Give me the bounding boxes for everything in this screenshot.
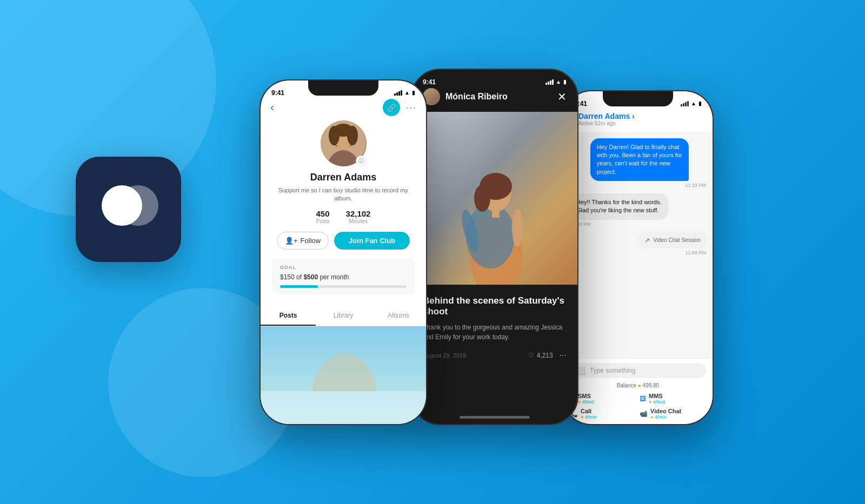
- stat-minutes-value: 32,102: [346, 209, 371, 218]
- battery-icon-2: ▮: [563, 79, 567, 85]
- msg-time-1: 11:23 PM: [590, 183, 706, 188]
- status-icons-3: ▲ ▮: [681, 100, 702, 106]
- message-item-2: Hey!! Thanks for the kind words. Glad yo…: [570, 193, 686, 227]
- profile-avatar-section: ⓘ Darren Adams Support me so I can buy s…: [261, 120, 426, 307]
- join-fan-club-button[interactable]: Join Fan Club: [334, 232, 410, 250]
- profile-tabs: Posts Library Albums: [261, 306, 426, 326]
- contact-status: Active 52m ago: [578, 120, 705, 126]
- sms-option[interactable]: ✉ SMS ● 4/text: [570, 393, 636, 405]
- app-icon: [76, 157, 181, 262]
- feed-close-button[interactable]: ✕: [557, 90, 567, 103]
- goal-label: GOAL: [280, 265, 407, 270]
- call-option[interactable]: 📞 Call ● 4/min: [570, 408, 636, 420]
- phone-profile: 9:41 ▲ ▮ ‹: [260, 79, 427, 425]
- stat-posts-label: Posts: [316, 218, 330, 224]
- video-chat-label: Video Chat Session: [653, 237, 701, 243]
- svg-rect-15: [492, 208, 500, 218]
- app-icon-graphic: [99, 180, 158, 239]
- phone-feed: 9:41 ▲ ▮: [411, 69, 578, 425]
- msg-time-3: 11:58 PM: [639, 250, 706, 256]
- call-label: Call: [581, 408, 597, 414]
- contact-name: Darren Adams ›: [578, 112, 705, 120]
- wifi-icon-1: ▲: [404, 90, 410, 96]
- feed-image: [412, 112, 577, 285]
- message-item-1: Hey Darren! Glad to finally chat with yo…: [590, 138, 706, 189]
- feed-more-button[interactable]: ···: [560, 351, 567, 360]
- sms-price: ● 4/text: [578, 399, 594, 405]
- home-indicator-2: [460, 416, 530, 419]
- video-chat-option[interactable]: 📹 Video Chat ● 4/min: [640, 408, 706, 420]
- phone-messages-frame: 9:41 ▲ ▮ ‹: [562, 90, 714, 425]
- feed-user-info: Mónica Ribeiro: [423, 88, 508, 105]
- mms-option-info: MMS ● 4/text: [649, 393, 665, 405]
- status-icons-2: ▲ ▮: [545, 79, 567, 85]
- call-coin-icon: ●: [581, 414, 583, 420]
- feed-meta: August 29, 2019 ♡ 4,213 ···: [423, 351, 567, 360]
- profile-bio: Support me so I can buy studio time to r…: [271, 186, 415, 203]
- profile-screen: 9:41 ▲ ▮ ‹: [261, 80, 426, 424]
- goal-bar-fill: [280, 285, 318, 288]
- msg-bubble-incoming-1: Hey!! Thanks for the kind words. Glad yo…: [570, 193, 668, 220]
- video-chat-option-info: Video Chat ● 4/min: [650, 408, 681, 420]
- profile-actions: 👤+ Follow Join Fan Club: [271, 232, 415, 250]
- stat-posts-value: 450: [316, 209, 330, 218]
- video-icon: ↗: [644, 237, 650, 244]
- message-input-row: ⬜ Type something: [570, 363, 706, 378]
- goal-text: $150 of $500 per month: [280, 273, 407, 281]
- follow-label: Follow: [301, 237, 321, 245]
- goal-suffix: per month: [318, 273, 349, 281]
- phone-messages: 9:41 ▲ ▮ ‹: [562, 90, 714, 425]
- notch-2: [460, 70, 530, 85]
- follow-icon: 👤+: [285, 237, 298, 245]
- feed-post-date: August 29, 2019: [423, 352, 466, 359]
- phones-container: 9:41 ▲ ▮ ‹: [260, 0, 865, 504]
- app-icon-circle-right: [118, 185, 158, 226]
- goal-bar-background: [280, 285, 407, 288]
- feed-image-svg: [412, 112, 577, 285]
- avatar-wrapper: ⓘ: [321, 120, 367, 166]
- sms-label: SMS: [578, 393, 594, 399]
- feed-post-desc: Thank you to the gorgeous and amazing Je…: [423, 322, 567, 342]
- mms-coin-icon: ●: [649, 399, 651, 405]
- more-button[interactable]: ⋯: [405, 101, 416, 114]
- phone-profile-frame: 9:41 ▲ ▮ ‹: [260, 79, 427, 425]
- tab-library[interactable]: Library: [316, 306, 371, 326]
- feed-nav: Mónica Ribeiro ✕: [412, 88, 577, 112]
- follow-button[interactable]: 👤+ Follow: [277, 232, 329, 250]
- signal-icon-1: [394, 90, 402, 96]
- feed-screen: 9:41 ▲ ▮: [412, 70, 577, 424]
- balance-display: Balance ● 499.80: [570, 382, 706, 388]
- mms-price: ● 4/text: [649, 399, 665, 405]
- avatar-info-icon[interactable]: ⓘ: [356, 156, 367, 166]
- svg-point-17: [512, 209, 523, 247]
- feed-likes: ♡ 4,213: [528, 352, 553, 359]
- goal-prefix: $150 of: [280, 273, 303, 281]
- post-preview-image: [261, 326, 426, 391]
- back-button[interactable]: ‹: [270, 101, 274, 113]
- stat-posts: 450 Posts: [316, 209, 330, 224]
- balance-amount: 499.80: [643, 382, 660, 388]
- mms-label: MMS: [649, 393, 665, 399]
- message-input[interactable]: Type something: [590, 367, 700, 374]
- tab-posts[interactable]: Posts: [261, 306, 316, 326]
- video-chat-option-label: Video Chat: [650, 408, 681, 414]
- tab-albums[interactable]: Albums: [371, 306, 426, 326]
- video-chat-coin-icon: ●: [650, 414, 653, 420]
- call-option-info: Call ● 4/min: [581, 408, 597, 420]
- link-icon: 🔗: [387, 103, 396, 112]
- msg-time-2: 11:40 PM: [570, 221, 686, 227]
- notch-3: [603, 91, 673, 106]
- messages-nav: ‹ Darren Adams › Active 52m ago: [563, 110, 713, 132]
- battery-icon-1: ▮: [412, 90, 415, 96]
- likes-count: 4,213: [537, 352, 553, 359]
- contact-chevron: ›: [632, 112, 635, 120]
- link-button[interactable]: 🔗: [383, 99, 400, 116]
- profile-nav: ‹ 🔗 ⋯: [261, 99, 426, 120]
- feed-actions: ♡ 4,213 ···: [528, 351, 567, 360]
- stat-minutes: 32,102 Minutes: [346, 209, 371, 224]
- profile-stats: 450 Posts 32,102 Minutes: [316, 209, 371, 224]
- mms-option[interactable]: 🖼 MMS ● 4/text: [640, 393, 706, 405]
- sms-option-info: SMS ● 4/text: [578, 393, 594, 405]
- notch-1: [308, 80, 378, 96]
- balance-label: Balance: [617, 382, 636, 388]
